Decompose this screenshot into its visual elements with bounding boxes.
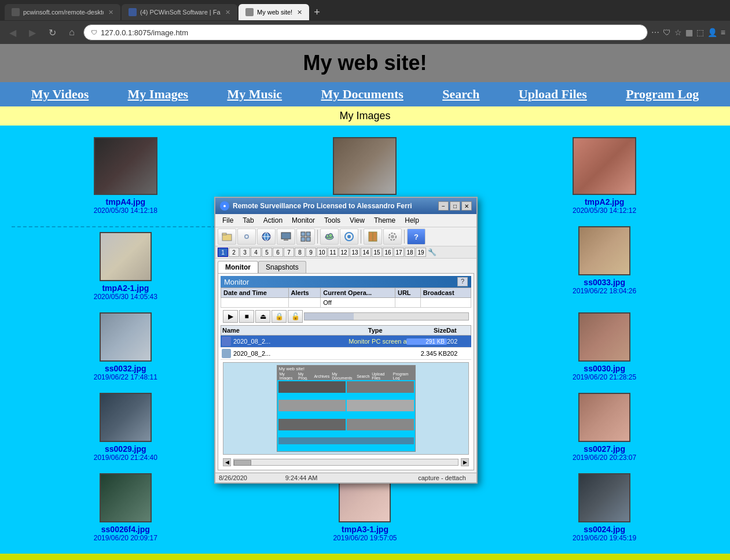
img-tmpa3[interactable] [333,137,397,195]
numbar-btn-10[interactable]: 10 [317,248,327,257]
numbar-btn-1[interactable]: 1 [218,248,228,257]
img-ss0030[interactable] [578,312,630,362]
img-tmpa2-1[interactable] [100,232,152,281]
scroll-thumb[interactable] [234,460,251,466]
forward-button[interactable]: ▶ [24,24,41,40]
nav-program-log[interactable]: Program Log [626,87,699,102]
play-button[interactable]: ▶ [223,310,238,323]
img-ss0029[interactable] [100,393,152,442]
scroll-right-button[interactable]: ▶ [461,458,469,466]
numbar-btn-6[interactable]: 6 [273,248,283,257]
numbar-btn-19[interactable]: 19 [416,248,426,257]
file-row-1[interactable]: 2020_08_2... Monitor PC screen and autom… [221,336,471,348]
pip-icon[interactable]: ⬚ [696,28,704,37]
tb-btn-gear[interactable] [383,229,402,245]
back-button[interactable]: ◀ [5,24,21,40]
new-tab-button[interactable]: + [310,6,324,19]
nav-my-videos[interactable]: My Videos [31,87,89,102]
img-ss0026f4[interactable] [100,473,152,522]
lock-button[interactable]: 🔒 [272,310,287,323]
shield-icon[interactable]: 🛡 [663,28,671,37]
numbar-btn-13[interactable]: 13 [350,248,360,257]
menu-icon[interactable]: ≡ [721,28,725,37]
img-ss0024[interactable] [578,473,630,522]
nav-my-documents[interactable]: My Documents [321,87,403,102]
menu-action[interactable]: Action [259,215,287,226]
menu-monitor[interactable]: Monitor [287,215,320,226]
tb-btn-network[interactable] [340,229,358,245]
reload-button[interactable]: ↻ [44,24,60,40]
account-icon[interactable]: 👤 [707,28,717,37]
image-item-ss0029: ss0029.jpg 2019/06/20 21:24:40 [12,393,240,462]
numbar-wrench-button[interactable]: 🔧 [427,248,437,257]
numbar-btn-12[interactable]: 12 [339,248,349,257]
menu-help[interactable]: Help [400,215,424,226]
tb-btn-cloud[interactable] [320,229,339,245]
tab-close-2[interactable]: ✕ [225,9,230,16]
nav-my-images[interactable]: My Images [128,87,188,102]
numbar-btn-11[interactable]: 11 [328,248,338,257]
maximize-button[interactable]: □ [450,201,460,211]
stop-button[interactable]: ■ [239,310,254,323]
image-item-tmpa2-1: tmpA2-1.jpg 2020/05/30 14:05:43 [12,226,240,301]
nav-my-music[interactable]: My Music [227,87,282,102]
numbar-btn-5[interactable]: 5 [262,248,272,257]
menu-view[interactable]: View [345,215,369,226]
tab-pcwinsoft[interactable]: pcwinsoft.com/remote-deskto... ✕ [5,4,120,20]
more-options-icon[interactable]: ⋯ [651,28,659,37]
tab-snapshots[interactable]: Snapshots [258,261,306,273]
menu-tab[interactable]: Tab [238,215,258,226]
th-date-time: Date and Time [221,288,289,298]
menu-file[interactable]: File [218,215,238,226]
numbar-btn-8[interactable]: 8 [295,248,305,257]
tab-monitor[interactable]: Monitor [218,261,258,273]
numbar-btn-2[interactable]: 2 [229,248,239,257]
tb-btn-globe[interactable] [257,229,276,245]
status-date: 8/26/2020 [219,474,274,481]
scroll-track[interactable] [233,459,458,466]
img-date-ss0026f4: 2019/06/20 20:09:17 [94,534,157,542]
img-tmpa2[interactable] [573,137,636,195]
numbar-btn-15[interactable]: 15 [372,248,382,257]
sidebar-icon[interactable]: ▦ [685,28,693,37]
image-item-ss0030: ss0030.jpg 2019/06/20 21:28:25 [490,312,718,381]
numbar-btn-7[interactable]: 7 [284,248,294,257]
bookmark-icon[interactable]: ☆ [674,28,682,37]
numbar-btn-16[interactable]: 16 [383,248,393,257]
nav-upload-files[interactable]: Upload Files [519,87,587,102]
file-row-2[interactable]: 2020_08_2... 2.345 KB 202 [221,348,471,360]
img-tmpa4[interactable] [94,137,157,195]
home-button[interactable]: ⌂ [64,24,80,40]
img-ss0032[interactable] [100,312,152,362]
monitor-help-button[interactable]: ? [457,277,468,286]
menu-theme[interactable]: Theme [369,215,400,226]
nav-search[interactable]: Search [442,87,479,102]
numbar-btn-9[interactable]: 9 [306,248,316,257]
img-label-tmpa2: tmpA2.jpg [585,197,624,207]
scroll-left-button[interactable]: ◀ [223,458,231,466]
menu-tools[interactable]: Tools [320,215,345,226]
tb-btn-book[interactable] [364,229,382,245]
tab-close-3[interactable]: ✕ [297,9,302,16]
tb-btn-grid[interactable] [296,229,315,245]
tb-btn-help[interactable]: ? [407,229,425,245]
minimize-button[interactable]: − [438,201,449,211]
tb-btn-settings[interactable] [237,229,256,245]
numbar-btn-18[interactable]: 18 [405,248,415,257]
img-ss0033[interactable] [578,226,630,275]
numbar-btn-17[interactable]: 17 [394,248,404,257]
tab-facebook[interactable]: (4) PCWinSoft Software | Faceb... ✕ [122,4,237,20]
address-bar[interactable]: 🛡 127.0.0.1:8075/image.htm [83,24,648,40]
image-item-ss0032: ss0032.jpg 2019/06/22 17:48:11 [12,312,240,381]
close-button[interactable]: ✕ [461,201,472,211]
tab-close-1[interactable]: ✕ [108,9,113,16]
tab-mywebsite[interactable]: My web site! ✕ [239,4,309,20]
eject-button[interactable]: ⏏ [255,310,270,323]
tb-btn-folder[interactable] [218,229,236,245]
tb-btn-pc[interactable] [277,229,295,245]
numbar-btn-4[interactable]: 4 [251,248,261,257]
numbar-btn-3[interactable]: 3 [240,248,250,257]
img-ss0027[interactable] [578,393,630,442]
unlock-button[interactable]: 🔓 [288,310,303,323]
numbar-btn-14[interactable]: 14 [361,248,371,257]
